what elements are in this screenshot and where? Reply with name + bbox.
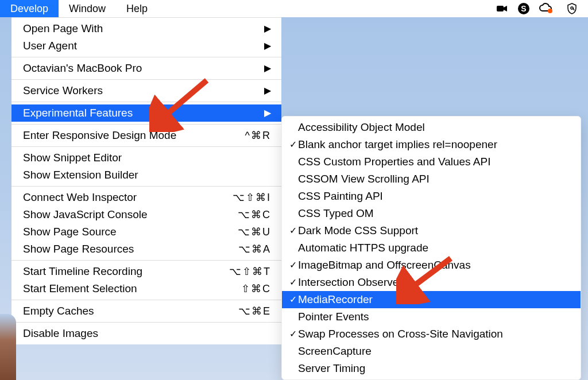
submenu-item-label: CSS Typed OM	[298, 206, 572, 221]
submenu-item-label: CSS Painting API	[298, 189, 572, 204]
chevron-right-icon: ▶	[264, 61, 271, 75]
svg-text:S: S	[521, 4, 526, 13]
submenu-item-label: Blank anchor target implies rel=noopener	[298, 137, 572, 152]
svg-line-7	[408, 258, 451, 290]
menu-item-open-page-with[interactable]: Open Page With▶	[11, 20, 281, 37]
chevron-right-icon: ▶	[264, 39, 271, 53]
chevron-right-icon: ▶	[264, 22, 271, 36]
menu-item-empty-caches[interactable]: Empty Caches⌥⌘E	[11, 303, 281, 320]
submenu-item-label: Server Timing	[298, 361, 572, 376]
menu-item-shortcut: ⌥⌘U	[238, 225, 271, 239]
develop-menu: Open Page With▶User Agent▶Octavian's Mac…	[11, 17, 281, 344]
menu-item-shortcut: ⌥⌘A	[238, 242, 271, 256]
menu-item-show-javascript-console[interactable]: Show JavaScript Console⌥⌘C	[11, 206, 281, 223]
submenu-item-label: Accessibility Object Model	[298, 120, 572, 135]
submenu-item-accessibility-object-model[interactable]: Accessibility Object Model	[282, 119, 581, 136]
menu-item-shortcut: ⌥⌘E	[238, 304, 271, 318]
checkmark-icon: ✓	[288, 137, 298, 152]
camera-status-icon[interactable]	[495, 2, 509, 15]
menu-item-shortcut: ⌥⌘C	[238, 208, 271, 222]
shield-status-icon[interactable]	[565, 2, 579, 15]
status-area: S	[495, 0, 588, 17]
experimental-features-submenu: Accessibility Object Model✓Blank anchor …	[281, 116, 581, 380]
submenu-item-css-typed-om[interactable]: CSS Typed OM	[282, 205, 581, 222]
submenu-item-blank-anchor-target-implies-rel-noopener[interactable]: ✓Blank anchor target implies rel=noopene…	[282, 136, 581, 153]
submenu-item-cssom-view-scrolling-api[interactable]: CSSOM View Scrolling API	[282, 170, 581, 188]
menu-item-start-timeline-recording[interactable]: Start Timeline Recording⌥⇧⌘T	[11, 263, 281, 280]
menu-item-enter-responsive-design-mode[interactable]: Enter Responsive Design Mode^⌘R	[11, 127, 281, 144]
checkmark-icon: ✓	[288, 223, 298, 238]
submenu-item-swap-processes-on-cross-site-navigation[interactable]: ✓Swap Processes on Cross-Site Navigation	[282, 325, 581, 343]
chevron-right-icon: ▶	[264, 106, 271, 120]
menu-item-show-page-resources[interactable]: Show Page Resources⌥⌘A	[11, 241, 281, 258]
menu-item-user-agent[interactable]: User Agent▶	[11, 37, 281, 55]
svg-line-5	[161, 80, 207, 119]
menu-item-experimental-features[interactable]: Experimental Features▶	[11, 104, 281, 122]
checkmark-icon: ✓	[288, 258, 298, 273]
desktop-background-edge	[0, 314, 16, 380]
menu-item-label: Open Page With	[23, 22, 258, 36]
submenu-item-label: Pointer Events	[298, 309, 572, 324]
menu-item-show-snippet-editor[interactable]: Show Snippet Editor	[11, 149, 281, 166]
svg-point-3	[571, 7, 573, 9]
menu-item-shortcut: ⌥⇧⌘T	[229, 265, 271, 278]
submenu-item-label: CSS Custom Properties and Values API	[298, 154, 572, 169]
menu-item-label: Service Workers	[23, 84, 258, 98]
submenu-item-dark-mode-css-support[interactable]: ✓Dark Mode CSS Support	[282, 222, 581, 239]
menu-item-show-page-source[interactable]: Show Page Source⌥⌘U	[11, 223, 281, 241]
menu-item-connect-web-inspector[interactable]: Connect Web Inspector⌥⇧⌘I	[11, 189, 281, 206]
menu-item-service-workers[interactable]: Service Workers▶	[11, 82, 281, 99]
submenu-item-css-painting-api[interactable]: CSS Painting API	[282, 188, 581, 205]
menu-item-label: Start Element Selection	[23, 282, 241, 296]
menu-item-label: Show Page Source	[23, 225, 238, 239]
menu-item-label: Show Extension Builder	[23, 168, 271, 182]
skype-status-icon[interactable]: S	[517, 2, 531, 15]
menu-item-label: User Agent	[23, 39, 258, 53]
svg-rect-0	[497, 6, 504, 11]
submenu-item-label: Swap Processes on Cross-Site Navigation	[298, 327, 572, 342]
submenu-item-css-spring-animations[interactable]: ✓CSS Spring Animations	[282, 377, 581, 380]
menu-item-show-extension-builder[interactable]: Show Extension Builder	[11, 166, 281, 184]
menubar-item-help[interactable]: Help	[116, 0, 158, 17]
menu-item-label: Experimental Features	[23, 106, 258, 120]
submenu-item-server-timing[interactable]: Server Timing	[282, 360, 581, 377]
submenu-item-screencapture[interactable]: ScreenCapture	[282, 343, 581, 360]
submenu-item-css-custom-properties-and-values-api[interactable]: CSS Custom Properties and Values API	[282, 153, 581, 170]
menu-item-start-element-selection[interactable]: Start Element Selection⇧⌘C	[11, 280, 281, 297]
submenu-item-label: CSSOM View Scrolling API	[298, 172, 572, 187]
checkmark-icon: ✓	[288, 292, 298, 307]
menu-item-label: Show Snippet Editor	[23, 151, 271, 165]
submenu-item-label: ScreenCapture	[298, 344, 572, 359]
menu-item-shortcut: ⇧⌘C	[241, 282, 271, 296]
menu-bar: Develop Window Help S	[0, 0, 588, 17]
menu-item-label: Disable Images	[23, 327, 271, 340]
menu-item-disable-images[interactable]: Disable Images	[11, 325, 281, 342]
menubar-item-window[interactable]: Window	[59, 0, 116, 17]
menu-item-shortcut: ^⌘R	[245, 129, 271, 142]
checkmark-icon: ✓	[288, 275, 298, 290]
submenu-item-label: Dark Mode CSS Support	[298, 223, 572, 238]
menu-item-label: Octavian's MacBook Pro	[23, 61, 258, 75]
cloud-status-icon[interactable]	[539, 2, 557, 15]
menu-item-label: Empty Caches	[23, 304, 238, 318]
menu-item-label: Connect Web Inspector	[23, 191, 233, 204]
checkmark-icon: ✓	[288, 327, 298, 342]
menu-item-label: Start Timeline Recording	[23, 265, 229, 278]
menu-item-shortcut: ⌥⇧⌘I	[233, 191, 271, 204]
menubar-item-develop[interactable]: Develop	[0, 0, 59, 17]
chevron-right-icon: ▶	[264, 84, 271, 98]
menu-item-label: Show Page Resources	[23, 242, 238, 256]
menu-item-label: Show JavaScript Console	[23, 208, 238, 222]
menu-item-octavian-s-macbook-pro[interactable]: Octavian's MacBook Pro▶	[11, 60, 281, 77]
submenu-item-pointer-events[interactable]: Pointer Events	[282, 308, 581, 325]
